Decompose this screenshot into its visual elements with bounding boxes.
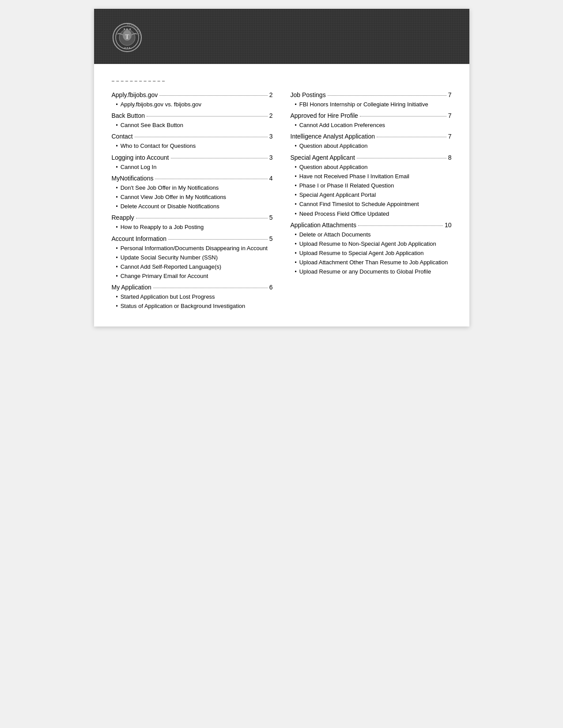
bullet-icon: •	[116, 101, 118, 109]
toc-sub-item-text: Need Process Field Office Updated	[299, 210, 389, 218]
toc-sub-item-text: Cannot Add Location Preferences	[299, 121, 385, 129]
toc-sub-item[interactable]: •Update Social Security Number (SSN)	[116, 254, 273, 262]
toc-main-link[interactable]: MyNotifications4	[112, 174, 273, 183]
toc-main-link[interactable]: Back Button2	[112, 111, 273, 120]
toc-main-link[interactable]: Apply.fbijobs.gov2	[112, 90, 273, 100]
toc-dots	[136, 218, 268, 218]
toc-page-number: 2	[269, 111, 273, 120]
toc-entry: MyNotifications4•Don't See Job Offer in …	[112, 174, 273, 211]
toc-link-text: MyNotifications	[112, 174, 154, 183]
toc-sub-item-text: Status of Application or Background Inve…	[121, 302, 246, 310]
toc-page-number: 7	[448, 90, 452, 100]
toc-dots	[135, 137, 268, 137]
toc-main-link[interactable]: Job Postings7	[291, 90, 452, 100]
toc-sub-item[interactable]: •Cannot View Job Offer in My Notificatio…	[116, 193, 273, 201]
toc-sub-items: •Personal Information/Documents Disappea…	[112, 244, 273, 281]
bullet-icon: •	[295, 182, 297, 190]
toc-dots	[171, 158, 268, 158]
toc-entry: Back Button2•Cannot See Back Button	[112, 111, 273, 129]
toc-entry: Intelligence Analyst Application7•Questi…	[291, 132, 452, 150]
bullet-icon: •	[295, 142, 297, 150]
toc-main-link[interactable]: Account Information5	[112, 234, 273, 244]
toc-entry: Job Postings7•FBI Honors Internship or C…	[291, 90, 452, 109]
bullet-icon: •	[295, 200, 297, 208]
toc-sub-item-text: Cannot View Job Offer in My Notification…	[121, 193, 226, 201]
toc-sub-item[interactable]: •Question about Application	[295, 163, 452, 171]
bullet-icon: •	[295, 268, 297, 276]
toc-entry: Contact3•Who to Contact for Questions	[112, 132, 273, 150]
toc-sub-item[interactable]: •FBI Honors Internship or Collegiate Hir…	[295, 101, 452, 109]
toc-sub-item[interactable]: •Have not Received Phase I Invitation Em…	[295, 173, 452, 180]
toc-entry: Approved for Hire Profile7•Cannot Add Lo…	[291, 111, 452, 129]
toc-entry: Apply.fbijobs.gov2•Apply.fbijobs.gov vs.…	[112, 90, 273, 109]
toc-sub-item[interactable]: •Delete Account or Disable Notifications	[116, 203, 273, 210]
bullet-icon: •	[295, 121, 297, 129]
bullet-icon: •	[116, 254, 118, 262]
toc-sub-item[interactable]: •Who to Contact for Questions	[116, 142, 273, 150]
toc-sub-item-text: FBI Honors Internship or Collegiate Hiri…	[299, 101, 428, 109]
toc-sub-item[interactable]: •Delete or Attach Documents	[295, 231, 452, 239]
toc-page-number: 3	[269, 153, 273, 162]
toc-sub-item-text: How to Reapply to a Job Posting	[121, 223, 204, 231]
toc-sub-item[interactable]: •Status of Application or Background Inv…	[116, 302, 273, 310]
toc-sub-items: •Question about Application	[291, 142, 452, 150]
toc-sub-item-text: Upload Resume to Non-Special Agent Job A…	[299, 240, 436, 248]
toc-main-link[interactable]: Special Agent Applicant8	[291, 153, 452, 162]
toc-link-text: Account Information	[112, 234, 167, 244]
toc-sub-item[interactable]: •Upload Resume to Special Agent Job Appl…	[295, 249, 452, 257]
toc-sub-item[interactable]: •Question about Application	[295, 142, 452, 150]
toc-sub-item[interactable]: •Cannot Find Timeslot to Schedule Appoin…	[295, 200, 452, 208]
toc-sub-item[interactable]: •Personal Information/Documents Disappea…	[116, 244, 273, 252]
toc-sub-item-text: Cannot Find Timeslot to Schedule Appoint…	[299, 200, 419, 208]
toc-link-text: Approved for Hire Profile	[291, 111, 358, 120]
toc-sub-item-text: Delete or Attach Documents	[299, 231, 371, 239]
toc-sub-item[interactable]: •Started Application but Lost Progress	[116, 293, 273, 301]
toc-sub-items: •Who to Contact for Questions	[112, 142, 273, 150]
bullet-icon: •	[295, 259, 297, 266]
toc-sub-item[interactable]: •Cannot Add Location Preferences	[295, 121, 452, 129]
toc-sub-item[interactable]: •Special Agent Applicant Portal	[295, 191, 452, 199]
bullet-icon: •	[116, 163, 118, 171]
bullet-icon: •	[116, 203, 118, 210]
toc-dots	[358, 225, 443, 226]
toc-left-column: Apply.fbijobs.gov2•Apply.fbijobs.gov vs.…	[112, 90, 273, 313]
toc-sub-item[interactable]: •Don't See Job Offer in My Notifications	[116, 184, 273, 192]
toc-main-link[interactable]: Approved for Hire Profile7	[291, 111, 452, 120]
toc-sub-item[interactable]: •Apply.fbijobs.gov vs. fbijobs.gov	[116, 101, 273, 109]
toc-page-number: 4	[269, 174, 273, 183]
toc-link-text: Logging into Account	[112, 153, 169, 162]
toc-link-text: Special Agent Applicant	[291, 153, 355, 162]
toc-sub-item[interactable]: •Change Primary Email for Account	[116, 272, 273, 280]
toc-sub-item[interactable]: •Upload Attachment Other Than Resume to …	[295, 259, 452, 266]
toc-dots	[377, 137, 446, 137]
bullet-icon: •	[116, 302, 118, 310]
toc-main-link[interactable]: Application Attachments10	[291, 221, 452, 230]
toc-sub-item[interactable]: •Cannot Add Self-Reported Language(s)	[116, 263, 273, 271]
toc-sub-item[interactable]: •Upload Resume to Non-Special Agent Job …	[295, 240, 452, 248]
toc-entry: Reapply5•How to Reapply to a Job Posting	[112, 213, 273, 231]
toc-main-link[interactable]: Intelligence Analyst Application7	[291, 132, 452, 141]
toc-main-link[interactable]: My Application6	[112, 283, 273, 292]
toc-sub-item[interactable]: •Need Process Field Office Updated	[295, 210, 452, 218]
toc-page-number: 7	[448, 132, 452, 141]
toc-sub-item[interactable]: •Cannot Log In	[116, 163, 273, 171]
toc-main-link[interactable]: Logging into Account3	[112, 153, 273, 162]
toc-sub-item[interactable]: •Cannot See Back Button	[116, 121, 273, 129]
toc-sub-item[interactable]: •Upload Resume or any Documents to Globa…	[295, 268, 452, 276]
toc-main-link[interactable]: Contact3	[112, 132, 273, 141]
toc-sub-item-text: Upload Attachment Other Than Resume to J…	[299, 259, 448, 266]
toc-right-column: Job Postings7•FBI Honors Internship or C…	[291, 90, 452, 313]
bullet-icon: •	[295, 163, 297, 171]
bullet-icon: •	[116, 121, 118, 129]
toc-main-link[interactable]: Reapply5	[112, 213, 273, 222]
bullet-icon: •	[116, 142, 118, 150]
toc-sub-item[interactable]: •Phase I or Phase II Related Question	[295, 182, 452, 190]
toc-entry: My Application6•Started Application but …	[112, 283, 273, 310]
bullet-icon: •	[295, 173, 297, 180]
bullet-icon: •	[116, 293, 118, 301]
toc-sub-item-text: Phase I or Phase II Related Question	[299, 182, 394, 190]
toc-sub-items: •Started Application but Lost Progress•S…	[112, 293, 273, 310]
toc-sub-item[interactable]: •How to Reapply to a Job Posting	[116, 223, 273, 231]
svg-text:★ ★ ★: ★ ★ ★	[123, 28, 131, 30]
toc-sub-items: •FBI Honors Internship or Collegiate Hir…	[291, 101, 452, 109]
